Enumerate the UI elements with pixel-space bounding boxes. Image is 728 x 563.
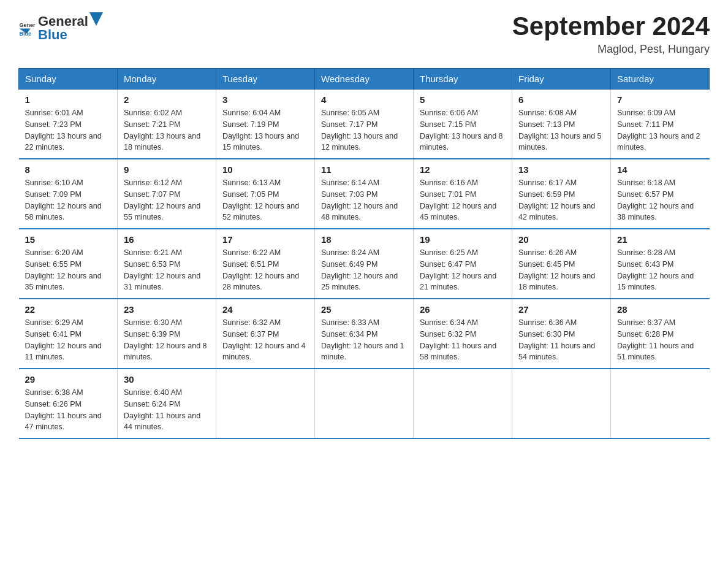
svg-text:Blue: Blue [19,31,31,36]
day-number: 27 [518,304,604,315]
calendar-table: Sunday Monday Tuesday Wednesday Thursday… [18,68,710,439]
day-info: Sunrise: 6:12 AM Sunset: 7:07 PM Dayligh… [124,177,210,223]
day-info: Sunrise: 6:36 AM Sunset: 6:30 PM Dayligh… [518,317,604,363]
calendar-cell: 29 Sunrise: 6:38 AM Sunset: 6:26 PM Dayl… [19,369,118,439]
day-info: Sunrise: 6:21 AM Sunset: 6:53 PM Dayligh… [124,247,210,293]
day-number: 20 [518,234,604,245]
day-info: Sunrise: 6:33 AM Sunset: 6:34 PM Dayligh… [321,317,407,363]
day-info: Sunrise: 6:30 AM Sunset: 6:39 PM Dayligh… [124,317,210,363]
day-info: Sunrise: 6:05 AM Sunset: 7:17 PM Dayligh… [321,107,407,153]
calendar-cell: 9 Sunrise: 6:12 AM Sunset: 7:07 PM Dayli… [118,159,216,229]
day-info: Sunrise: 6:29 AM Sunset: 6:41 PM Dayligh… [25,317,112,363]
calendar-week-4: 22 Sunrise: 6:29 AM Sunset: 6:41 PM Dayl… [19,299,710,369]
calendar-cell: 17 Sunrise: 6:22 AM Sunset: 6:51 PM Dayl… [216,229,315,299]
day-info: Sunrise: 6:09 AM Sunset: 7:11 PM Dayligh… [617,107,703,153]
calendar-cell: 3 Sunrise: 6:04 AM Sunset: 7:19 PM Dayli… [216,90,315,159]
header-thursday: Thursday [414,69,512,90]
calendar-cell [414,369,512,439]
svg-marker-3 [89,12,103,26]
day-number: 8 [25,164,112,175]
day-number: 7 [617,94,703,105]
calendar-cell: 19 Sunrise: 6:25 AM Sunset: 6:47 PM Dayl… [414,229,512,299]
day-info: Sunrise: 6:20 AM Sunset: 6:55 PM Dayligh… [25,247,112,293]
calendar-cell: 14 Sunrise: 6:18 AM Sunset: 6:57 PM Dayl… [611,159,710,229]
day-number: 24 [222,304,308,315]
header-sunday: Sunday [19,69,118,90]
calendar-cell: 6 Sunrise: 6:08 AM Sunset: 7:13 PM Dayli… [512,90,611,159]
day-number: 21 [617,234,703,245]
calendar-cell: 18 Sunrise: 6:24 AM Sunset: 6:49 PM Dayl… [315,229,414,299]
calendar-cell: 26 Sunrise: 6:34 AM Sunset: 6:32 PM Dayl… [414,299,512,369]
day-info: Sunrise: 6:32 AM Sunset: 6:37 PM Dayligh… [222,317,308,363]
day-info: Sunrise: 6:04 AM Sunset: 7:19 PM Dayligh… [222,107,308,153]
location-subtitle: Maglod, Pest, Hungary [512,43,710,56]
day-info: Sunrise: 6:13 AM Sunset: 7:05 PM Dayligh… [222,177,308,223]
day-info: Sunrise: 6:18 AM Sunset: 6:57 PM Dayligh… [617,177,703,223]
day-number: 4 [321,94,407,105]
day-number: 15 [25,234,112,245]
header-saturday: Saturday [611,69,710,90]
day-info: Sunrise: 6:24 AM Sunset: 6:49 PM Dayligh… [321,247,407,293]
day-info: Sunrise: 6:14 AM Sunset: 7:03 PM Dayligh… [321,177,407,223]
day-number: 13 [518,164,604,175]
day-number: 23 [124,304,210,315]
calendar-week-1: 1 Sunrise: 6:01 AM Sunset: 7:23 PM Dayli… [19,90,710,159]
day-number: 25 [321,304,407,315]
calendar-header-row: Sunday Monday Tuesday Wednesday Thursday… [19,69,710,90]
calendar-cell: 20 Sunrise: 6:26 AM Sunset: 6:45 PM Dayl… [512,229,611,299]
calendar-cell: 16 Sunrise: 6:21 AM Sunset: 6:53 PM Dayl… [118,229,216,299]
day-number: 17 [222,234,308,245]
calendar-cell: 10 Sunrise: 6:13 AM Sunset: 7:05 PM Dayl… [216,159,315,229]
calendar-cell: 27 Sunrise: 6:36 AM Sunset: 6:30 PM Dayl… [512,299,611,369]
calendar-week-3: 15 Sunrise: 6:20 AM Sunset: 6:55 PM Dayl… [19,229,710,299]
day-info: Sunrise: 6:01 AM Sunset: 7:23 PM Dayligh… [25,107,112,153]
day-number: 30 [124,374,210,385]
logo-icon: General Blue [18,19,36,36]
logo-triangle-icon [89,12,103,26]
header-monday: Monday [118,69,216,90]
day-info: Sunrise: 6:34 AM Sunset: 6:32 PM Dayligh… [420,317,506,363]
day-info: Sunrise: 6:25 AM Sunset: 6:47 PM Dayligh… [420,247,506,293]
day-number: 11 [321,164,407,175]
calendar-week-2: 8 Sunrise: 6:10 AM Sunset: 7:09 PM Dayli… [19,159,710,229]
day-number: 6 [518,94,604,105]
calendar-cell [315,369,414,439]
calendar-cell: 2 Sunrise: 6:02 AM Sunset: 7:21 PM Dayli… [118,90,216,159]
calendar-cell: 8 Sunrise: 6:10 AM Sunset: 7:09 PM Dayli… [19,159,118,229]
header-friday: Friday [512,69,611,90]
day-number: 12 [420,164,506,175]
logo: General Blue General Blue [18,12,103,43]
day-info: Sunrise: 6:06 AM Sunset: 7:15 PM Dayligh… [420,107,506,153]
day-number: 5 [420,94,506,105]
calendar-cell: 25 Sunrise: 6:33 AM Sunset: 6:34 PM Dayl… [315,299,414,369]
calendar-cell [216,369,315,439]
day-number: 29 [25,374,112,385]
day-number: 14 [617,164,703,175]
day-number: 10 [222,164,308,175]
day-info: Sunrise: 6:17 AM Sunset: 6:59 PM Dayligh… [518,177,604,223]
calendar-cell [512,369,611,439]
day-info: Sunrise: 6:22 AM Sunset: 6:51 PM Dayligh… [222,247,308,293]
calendar-cell [611,369,710,439]
svg-text:General: General [19,22,36,28]
month-title: September 2024 [512,12,710,40]
day-number: 9 [124,164,210,175]
calendar-cell: 7 Sunrise: 6:09 AM Sunset: 7:11 PM Dayli… [611,90,710,159]
day-info: Sunrise: 6:02 AM Sunset: 7:21 PM Dayligh… [124,107,210,153]
calendar-cell: 23 Sunrise: 6:30 AM Sunset: 6:39 PM Dayl… [118,299,216,369]
day-number: 16 [124,234,210,245]
calendar-cell: 13 Sunrise: 6:17 AM Sunset: 6:59 PM Dayl… [512,159,611,229]
day-number: 2 [124,94,210,105]
day-info: Sunrise: 6:16 AM Sunset: 7:01 PM Dayligh… [420,177,506,223]
day-info: Sunrise: 6:38 AM Sunset: 6:26 PM Dayligh… [25,387,112,433]
calendar-cell: 12 Sunrise: 6:16 AM Sunset: 7:01 PM Dayl… [414,159,512,229]
day-number: 26 [420,304,506,315]
calendar-cell: 15 Sunrise: 6:20 AM Sunset: 6:55 PM Dayl… [19,229,118,299]
day-info: Sunrise: 6:26 AM Sunset: 6:45 PM Dayligh… [518,247,604,293]
logo-blue-text: Blue [38,27,67,42]
calendar-cell: 24 Sunrise: 6:32 AM Sunset: 6:37 PM Dayl… [216,299,315,369]
calendar-cell: 1 Sunrise: 6:01 AM Sunset: 7:23 PM Dayli… [19,90,118,159]
day-info: Sunrise: 6:28 AM Sunset: 6:43 PM Dayligh… [617,247,703,293]
day-number: 22 [25,304,112,315]
page-header: General Blue General Blue September 2024… [18,12,710,56]
